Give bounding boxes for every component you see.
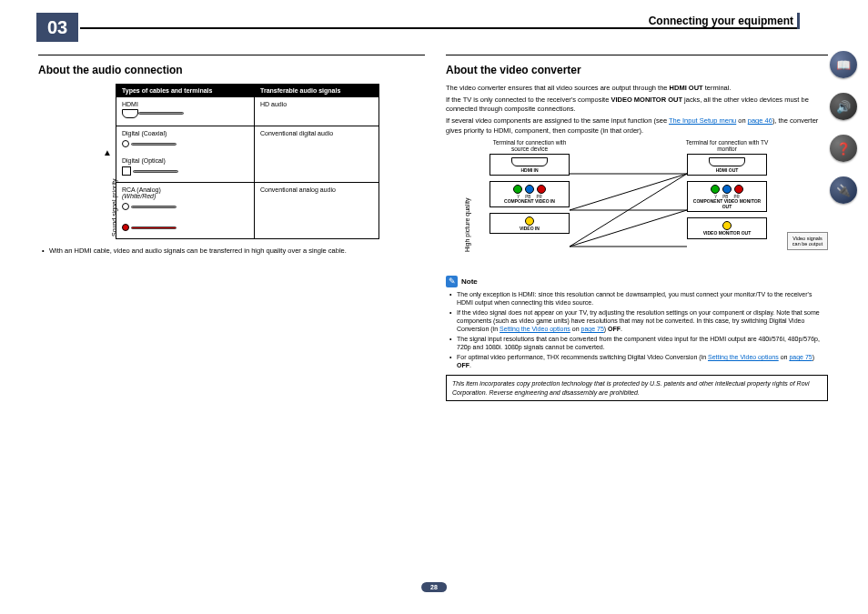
th-signals: Transferable audio signals [255,85,379,97]
video-out-box: VIDEO MONITOR OUT [687,217,767,239]
component-out-box: YPBPRCOMPONENT VIDEO MONITOR OUT [687,181,767,212]
note-4: For optimal video performance, THX recom… [446,353,828,369]
svg-line-4 [570,210,687,247]
cell-optical: Digital (Optical) [122,157,166,164]
chapter-badge: 03 [36,13,78,42]
hdmi-out-box: HDMI OUT [687,154,767,176]
header-title: Connecting your equipment [649,15,793,27]
legal-notice: This item incorporates copy protection t… [446,375,828,400]
video-heading: About the video converter [446,64,828,76]
coax-cable-icon [122,138,248,149]
diagram-caption-source: Terminal for connection with source devi… [484,139,575,152]
sound-priority-label: Sound signal priority [111,179,117,237]
cell-rca-color: (White/Red) [122,193,156,199]
hdmi-in-box: HDMI IN [490,154,570,176]
rule-left [38,55,425,55]
rule-right [446,55,828,55]
picture-quality-label: High picture quality [464,197,470,252]
output-note: Video signals can be output [787,232,828,250]
note-icon: ✎ [446,276,458,287]
header-rule [80,27,797,29]
th-cables: Types of cables and terminals [116,85,255,97]
video-diagram: High picture quality Terminal for connec… [446,141,828,267]
header-accent [797,13,800,29]
cell-rca: RCA (Analog) [122,186,161,193]
optical-cable-icon [122,166,248,176]
cell-coax: Digital (Coaxial) [122,130,167,136]
video-p1: The video converter ensures that all vid… [446,84,828,93]
speaker-icon[interactable]: 🔊 [830,93,857,120]
page-46-link[interactable]: page 46 [748,116,772,125]
table-row: Digital (Coaxial) Digital (Optical) Conv… [116,126,379,183]
svg-line-1 [570,174,687,210]
video-options-link-2[interactable]: Setting the Video options [708,354,779,360]
note-1: The only exception is HDMI: since this r… [446,290,828,307]
audio-table: Types of cables and terminals Transferab… [116,84,379,239]
page-number: 28 [421,582,447,592]
rca-cable-icon [122,201,248,212]
network-icon[interactable]: 🔌 [830,176,857,204]
table-row: RCA (Analog) (White/Red) Conventional an… [116,183,379,239]
video-in-box: VIDEO IN [490,213,570,235]
cell-hdmi: HDMI [122,101,138,107]
video-p3: If several video components are assigned… [446,116,828,135]
arrow-up-icon: ▲ [103,147,112,157]
rca-cable-icon-2 [122,222,248,233]
video-options-link-1[interactable]: Setting the Video options [500,326,570,332]
cell-hdaudio: HD audio [255,97,379,126]
note-3: The signal input resolutions that can be… [446,335,828,351]
page-75-link-1[interactable]: page 75 [580,326,603,332]
cell-analogaudio: Conventional analog audio [255,183,379,239]
help-icon[interactable]: ❓ [830,135,857,162]
page-75-link-2[interactable]: page 75 [789,354,812,360]
diagram-caption-tv: Terminal for connection with TV monitor [681,139,772,152]
component-in-box: YPBPRCOMPONENT VIDEO IN [490,181,570,207]
table-row: HDMI HD audio [116,97,379,126]
manual-icon[interactable]: 📖 [830,51,857,78]
audio-bullet: With an HDMI cable, video and audio sign… [38,247,425,256]
video-p2: If the TV is only connected to the recei… [446,96,828,114]
hdmi-cable-icon [122,109,184,120]
input-setup-link[interactable]: The Input Setup menu [669,116,736,125]
note-2: If the video signal does not appear on y… [446,308,828,333]
note-label: Note [461,277,478,286]
cell-digaudio: Conventional digital audio [255,126,379,183]
diagram-lines [570,161,687,263]
audio-heading: About the audio connection [38,64,425,76]
